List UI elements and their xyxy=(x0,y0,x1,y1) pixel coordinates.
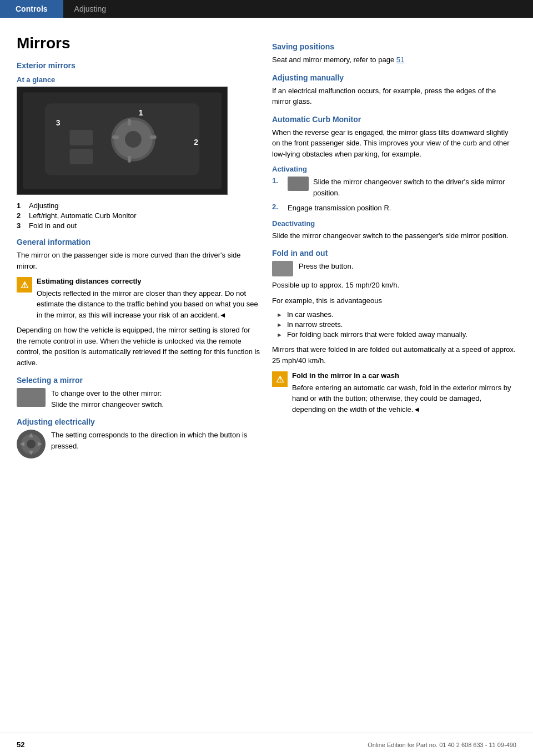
selecting-mirror-row: To change over to the other mirror: Slid… xyxy=(17,388,261,410)
item-text: Left/right, Automatic Curb Monitor xyxy=(29,211,137,220)
arrow-text-1: In car washes. xyxy=(287,310,334,319)
svg-text:2: 2 xyxy=(194,138,198,147)
steps-list: 1. Slide the mirror changeover switch to… xyxy=(272,177,516,214)
nav-adjusting-label: Adjusting xyxy=(74,4,107,13)
svg-point-17 xyxy=(27,440,36,448)
saving-text-before: Seat and mirror memory, refer to page xyxy=(272,56,396,64)
adjust-electric-icon xyxy=(17,430,46,458)
svg-rect-6 xyxy=(128,119,131,125)
arrow-text-3: For folding back mirrors that were folde… xyxy=(287,330,467,339)
right-column: Saving positions Seat and mirror memory,… xyxy=(272,34,516,462)
svg-point-5 xyxy=(125,131,142,148)
svg-rect-11 xyxy=(70,149,93,164)
warning-box-1: ⚠ Estimating distances correctly Objects… xyxy=(17,276,261,320)
top-nav: Controls Adjusting xyxy=(0,0,533,18)
at-a-glance-heading: At a glance xyxy=(17,75,261,84)
deactivating-text: Slide the mirror changeover switch to th… xyxy=(272,230,516,241)
warning-box-2: ⚠ Fold in the mirror in a car wash Befor… xyxy=(272,370,516,415)
mirror-image: 1 2 3 xyxy=(17,87,228,195)
svg-rect-9 xyxy=(150,135,157,139)
warning-title-2: Fold in the mirror in a car wash xyxy=(292,370,516,381)
warning-title-1: Estimating distances correctly xyxy=(37,276,261,287)
arrow-list: ► In car washes. ► In narrow streets. ► … xyxy=(276,310,516,339)
item-num: 2 xyxy=(17,211,24,220)
adjusting-manually-text: If an electrical malfunction occurs, for… xyxy=(272,85,516,107)
footer-text: Online Edition for Part no. 01 40 2 608 … xyxy=(368,742,516,748)
list-item: 1 Adjusting xyxy=(17,201,261,210)
step-num-1: 1. xyxy=(272,177,282,185)
automatic-curb-heading: Automatic Curb Monitor xyxy=(272,115,516,124)
arrow-bullet-2: ► xyxy=(276,321,283,329)
selecting-mirror-inline-text: To change over to the other mirror: Slid… xyxy=(51,388,164,410)
left-column: Mirrors Exterior mirrors At a glance xyxy=(17,34,261,462)
nav-controls-label: Controls xyxy=(16,4,48,13)
selecting-text2: Slide the mirror changeover switch. xyxy=(51,400,164,409)
warning-body-1: Objects reflected in the mirror are clos… xyxy=(37,289,258,319)
step-content-1: Slide the mirror changeover switch to th… xyxy=(288,177,516,198)
fold-possible-text: Possible up to approx. 15 mph/20 km/h. xyxy=(272,280,516,291)
automatic-curb-text: When the reverse gear is engaged, the mi… xyxy=(272,127,516,160)
item-text: Fold in and out xyxy=(29,221,77,230)
exterior-mirrors-heading: Exterior mirrors xyxy=(17,61,261,70)
svg-rect-10 xyxy=(70,130,93,145)
fold-example-text: For example, this is advantageous xyxy=(272,295,516,306)
warning-text-1: Estimating distances correctly Objects r… xyxy=(37,276,261,320)
mirror-image-inner: 1 2 3 xyxy=(17,87,227,194)
fold-press-text: Press the button. xyxy=(299,261,353,272)
nav-adjusting[interactable]: Adjusting xyxy=(63,0,118,18)
svg-text:3: 3 xyxy=(56,118,61,127)
general-info-heading: General information xyxy=(17,238,261,246)
adjusting-electrically-text: The setting corresponds to the direction… xyxy=(51,430,261,451)
adjusting-electrically-row: The setting corresponds to the direction… xyxy=(17,430,261,458)
warning-text-2: Fold in the mirror in a car wash Before … xyxy=(292,370,516,415)
adjusting-electrically-heading: Adjusting electrically xyxy=(17,417,261,426)
adjusting-manually-heading: Adjusting manually xyxy=(272,73,516,82)
selecting-text1: To change over to the other mirror: xyxy=(51,389,162,397)
list-item: 3 Fold in and out xyxy=(17,221,261,230)
fold-icon-row: Press the button. xyxy=(272,261,516,276)
selecting-mirror-heading: Selecting a mirror xyxy=(17,376,261,385)
footer: 52 Online Edition for Part no. 01 40 2 6… xyxy=(0,733,533,756)
fold-in-out-heading: Fold in and out xyxy=(272,249,516,258)
page-title: Mirrors xyxy=(17,34,261,52)
step-text-1: Slide the mirror changeover switch to th… xyxy=(313,177,516,198)
saving-positions-text: Seat and mirror memory, refer to page 51 xyxy=(272,54,516,65)
numbered-list: 1 Adjusting 2 Left/right, Automatic Curb… xyxy=(17,201,261,230)
warning-body-2: Before entering an automatic car wash, f… xyxy=(292,384,511,414)
warning-icon-2: ⚠ xyxy=(272,371,288,387)
deactivating-heading: Deactivating xyxy=(272,219,516,228)
svg-rect-7 xyxy=(128,156,131,163)
step-2: 2. Engage transmission position R. xyxy=(272,203,516,214)
svg-text:1: 1 xyxy=(139,108,143,117)
item-text: Adjusting xyxy=(29,201,58,210)
step-1: 1. Slide the mirror changeover switch to… xyxy=(272,177,516,198)
adjust-elec-body: The setting corresponds to the direction… xyxy=(51,431,247,450)
general-info-text: The mirror on the passenger side is more… xyxy=(17,250,261,271)
arrow-bullet-3: ► xyxy=(276,331,283,339)
fold-auto-text: Mirrors that were folded in are folded o… xyxy=(272,344,516,366)
warning-icon-1: ⚠ xyxy=(17,277,32,293)
step-text-2: Engage transmission position R. xyxy=(288,203,391,214)
footer-page-num: 52 xyxy=(17,740,24,749)
item-num: 1 xyxy=(17,201,24,210)
arrow-item-3: ► For folding back mirrors that were fol… xyxy=(276,330,516,339)
step-num-2: 2. xyxy=(272,203,282,211)
fold-icon xyxy=(272,261,293,276)
svg-rect-8 xyxy=(112,135,119,139)
list-item: 2 Left/right, Automatic Curb Monitor xyxy=(17,211,261,220)
saving-link[interactable]: 51 xyxy=(396,56,404,64)
depending-text: Depending on how the vehicle is equipped… xyxy=(17,325,261,368)
arrow-text-2: In narrow streets. xyxy=(287,320,343,329)
nav-controls[interactable]: Controls xyxy=(0,0,63,18)
mirror-select-icon xyxy=(17,388,46,407)
saving-positions-heading: Saving positions xyxy=(272,42,516,51)
step1-icon xyxy=(288,177,309,191)
arrow-bullet-1: ► xyxy=(276,311,283,319)
activating-heading: Activating xyxy=(272,165,516,173)
arrow-item-2: ► In narrow streets. xyxy=(276,320,516,329)
main-content: Mirrors Exterior mirrors At a glance xyxy=(0,18,533,495)
item-num: 3 xyxy=(17,221,24,230)
arrow-item-1: ► In car washes. xyxy=(276,310,516,319)
